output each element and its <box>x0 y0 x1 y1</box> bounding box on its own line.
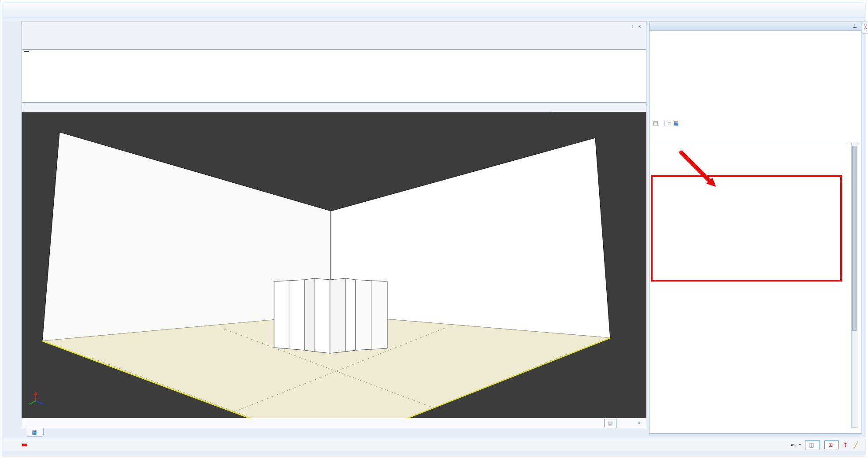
list-view-icon[interactable]: ≡ <box>668 120 671 126</box>
status-right-controls: ∞ ▾ ◫ ⊞ ↧ ╱ <box>791 440 858 449</box>
tab-materials[interactable]: ▦ <box>27 428 44 437</box>
properties-scrollbar[interactable] <box>851 142 857 428</box>
viewport-3d[interactable] <box>22 112 646 418</box>
status-dimensions-value <box>22 444 27 446</box>
main-toolbar <box>3 3 865 18</box>
sidebar-tab-ferramentas[interactable]: ╳ <box>862 22 868 33</box>
advanced-icon: ▤ <box>653 120 658 126</box>
materials-icon: ▦ <box>32 429 37 435</box>
scene-tab-teste[interactable]: ▤ <box>604 419 616 427</box>
page-counter <box>24 51 29 52</box>
joints-button[interactable]: ⊞ <box>824 440 839 449</box>
module-thumbnails <box>22 49 646 103</box>
modules-panel: ⊥ × <box>22 22 646 112</box>
pin-icon[interactable]: ⊥ <box>629 24 636 30</box>
collision-button[interactable]: ◫ <box>805 440 820 449</box>
right-sidebar: ╳ <box>862 22 868 434</box>
tools-icon: ╳ <box>864 24 867 29</box>
splitter-line <box>552 112 646 112</box>
show-button[interactable]: ∞ ▾ <box>791 442 801 448</box>
category-tabs <box>22 40 646 49</box>
modules-titlebar: ⊥ × <box>22 22 646 31</box>
glasses-icon: ∞ <box>791 442 794 448</box>
status-bar: ∞ ▾ ◫ ⊞ ↧ ╱ <box>3 438 865 451</box>
tools-panel-header: ⊥ <box>649 22 861 31</box>
joints-icon: ⊞ <box>828 442 833 448</box>
wand-icon[interactable]: ╱ <box>854 441 858 448</box>
materials-strip: ▦ <box>22 428 646 438</box>
scene-3d <box>22 112 646 418</box>
tools-properties-panel: ⊥ ▤ | ≡ ▤ <box>649 22 861 434</box>
close-icon[interactable]: × <box>636 24 643 29</box>
scene-icon: ▤ <box>608 420 612 426</box>
auto-lower-icon: ↧ <box>843 442 848 448</box>
property-sections <box>653 142 848 426</box>
grid-view-icon[interactable]: ▤ <box>674 120 679 126</box>
close-scene-icon[interactable]: × <box>638 420 641 426</box>
left-sidebar <box>8 22 20 429</box>
catalog-tabs <box>22 31 646 40</box>
pin-icon[interactable]: ⊥ <box>851 23 858 29</box>
corner-cabinet[interactable] <box>274 278 387 353</box>
application-window: ⊥ × <box>2 2 866 456</box>
advanced-bar: ▤ | ≡ ▤ <box>651 118 679 128</box>
document-tabs-strip: ▤ × <box>22 418 646 428</box>
collision-icon: ◫ <box>809 442 814 448</box>
auto-lower-button[interactable]: ↧ <box>843 442 850 448</box>
